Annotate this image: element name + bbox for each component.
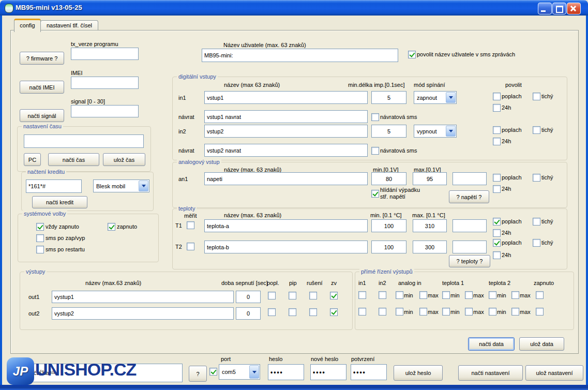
an1-name-input[interactable] [204, 172, 368, 185]
imei-input[interactable] [71, 77, 139, 89]
credit-code-input[interactable] [26, 179, 82, 193]
operator-select[interactable]: Blesk mobil [93, 179, 149, 192]
tab-phone-numbers[interactable]: nastavení tlf. čísel [40, 20, 98, 31]
in2-mode-select[interactable]: vypnout [414, 125, 457, 138]
t2-extra-input[interactable] [453, 241, 487, 253]
in2-pulse-input[interactable] [371, 125, 406, 138]
in1-24h-checkbox[interactable] [493, 104, 501, 112]
signal-input[interactable] [71, 105, 139, 117]
direct-row2-analog-max-checkbox[interactable] [419, 308, 427, 316]
read-settings-button[interactable]: načti nastavení [458, 365, 523, 381]
in1-pulse-input[interactable] [371, 91, 406, 104]
sms-on-off-checkbox[interactable] [36, 234, 44, 242]
direct-row2-t1-min-checkbox[interactable] [442, 308, 450, 316]
out2-pip-checkbox[interactable] [289, 308, 296, 316]
direct-row2-on-checkbox[interactable] [536, 308, 544, 316]
chevron-down-icon[interactable] [446, 126, 456, 137]
in1-mode-select[interactable]: zapnout [414, 91, 457, 104]
direct-row2-in1-checkbox[interactable] [358, 308, 366, 316]
save-password-button[interactable]: ulož heslo [394, 365, 443, 381]
in1-return-sms-checkbox[interactable] [371, 113, 379, 121]
firmware-button[interactable]: ? firmware ? [20, 52, 64, 65]
out1-zv-checkbox[interactable] [330, 292, 338, 299]
t1-measure-checkbox[interactable] [187, 221, 194, 229]
save-time-button[interactable]: ulož čas [103, 153, 145, 166]
save-data-button[interactable]: ulož data [519, 337, 564, 351]
in1-alarm-checkbox[interactable] [493, 93, 501, 100]
close-button[interactable] [567, 3, 581, 14]
t1-silent-checkbox[interactable] [533, 218, 540, 226]
t2-24h-checkbox[interactable] [493, 251, 501, 259]
read-signal-button[interactable]: načti signál [20, 109, 64, 122]
port-enable-checkbox[interactable] [209, 368, 217, 376]
direct-row2-analog-min-checkbox[interactable] [396, 308, 403, 316]
out2-alarm-checkbox[interactable] [268, 308, 276, 316]
minimize-button[interactable] [538, 3, 552, 14]
t1-name-input[interactable] [204, 219, 368, 232]
direct-row2-t2-min-checkbox[interactable] [489, 308, 496, 316]
direct-row2-in2-checkbox[interactable] [379, 308, 386, 316]
in2-silent-checkbox[interactable] [533, 126, 540, 134]
an1-min-input[interactable] [371, 172, 406, 185]
out1-name-input[interactable] [52, 291, 234, 303]
direct-row1-on-checkbox[interactable] [536, 291, 544, 299]
direct-row2-t1-max-checkbox[interactable] [465, 308, 473, 316]
an1-extra-input[interactable] [453, 172, 487, 185]
voltage-query-button[interactable]: ? napětí ? [449, 190, 489, 203]
port-select[interactable]: com5 [219, 364, 260, 380]
user-name-input[interactable] [202, 49, 398, 62]
t2-max-input[interactable] [413, 241, 447, 253]
tab-config[interactable]: config [14, 19, 41, 32]
pc-time-button[interactable]: PC [24, 153, 41, 166]
out2-jam-checkbox[interactable] [309, 308, 317, 316]
direct-row1-analog-max-checkbox[interactable] [419, 291, 427, 299]
chevron-down-icon[interactable] [249, 365, 259, 379]
t2-measure-checkbox[interactable] [187, 243, 194, 250]
t1-extra-input[interactable] [453, 219, 487, 232]
an1-alarm-checkbox[interactable] [493, 174, 501, 182]
out1-jam-checkbox[interactable] [309, 292, 317, 299]
confirm-password-input[interactable] [351, 364, 387, 380]
an1-24h-checkbox[interactable] [493, 185, 501, 193]
t2-alarm-checkbox[interactable] [493, 239, 501, 247]
save-settings-button[interactable]: ulož nastavení [525, 365, 583, 381]
direct-row1-analog-min-checkbox[interactable] [396, 291, 403, 299]
maximize-button[interactable] [552, 3, 566, 14]
direct-row1-t1-max-checkbox[interactable] [465, 291, 473, 299]
direct-row1-t2-min-checkbox[interactable] [489, 291, 496, 299]
chevron-down-icon[interactable] [446, 92, 456, 103]
password-input[interactable] [268, 364, 304, 380]
in1-return-name-input[interactable] [204, 110, 368, 123]
always-on-checkbox[interactable] [36, 223, 44, 231]
t1-alarm-checkbox[interactable] [493, 218, 501, 226]
in2-alarm-checkbox[interactable] [493, 126, 501, 134]
direct-row1-in2-checkbox[interactable] [379, 291, 386, 299]
out1-alarm-checkbox[interactable] [268, 292, 276, 299]
out2-name-input[interactable] [52, 307, 234, 320]
direct-row2-t2-max-checkbox[interactable] [511, 308, 519, 316]
on-checkbox[interactable] [108, 223, 115, 231]
in2-24h-checkbox[interactable] [493, 138, 501, 145]
in1-silent-checkbox[interactable] [533, 93, 540, 100]
help-button[interactable]: ? [189, 366, 207, 382]
t2-name-input[interactable] [204, 241, 368, 253]
t1-24h-checkbox[interactable] [493, 229, 501, 237]
read-credit-button[interactable]: načti kredit [32, 196, 87, 208]
t1-min-input[interactable] [371, 219, 406, 232]
in2-return-name-input[interactable] [204, 144, 368, 157]
title-bar[interactable]: MB95-mini v13-05-25 [0, 0, 588, 16]
firmware-version-input[interactable] [71, 48, 139, 60]
direct-row1-t2-max-checkbox[interactable] [511, 291, 519, 299]
new-password-input[interactable] [310, 364, 346, 380]
read-imei-button[interactable]: načti IMEI [20, 81, 64, 94]
out1-pip-checkbox[interactable] [289, 292, 296, 299]
in2-return-sms-checkbox[interactable] [371, 147, 379, 155]
in2-name-input[interactable] [204, 125, 368, 138]
voltage-watch-checkbox[interactable] [371, 190, 379, 198]
t2-silent-checkbox[interactable] [533, 239, 540, 247]
out2-zv-checkbox[interactable] [330, 308, 338, 316]
an1-silent-checkbox[interactable] [533, 174, 540, 182]
out1-duration-input[interactable] [236, 291, 261, 303]
direct-row1-t1-min-checkbox[interactable] [442, 291, 450, 299]
t1-max-input[interactable] [413, 219, 447, 232]
